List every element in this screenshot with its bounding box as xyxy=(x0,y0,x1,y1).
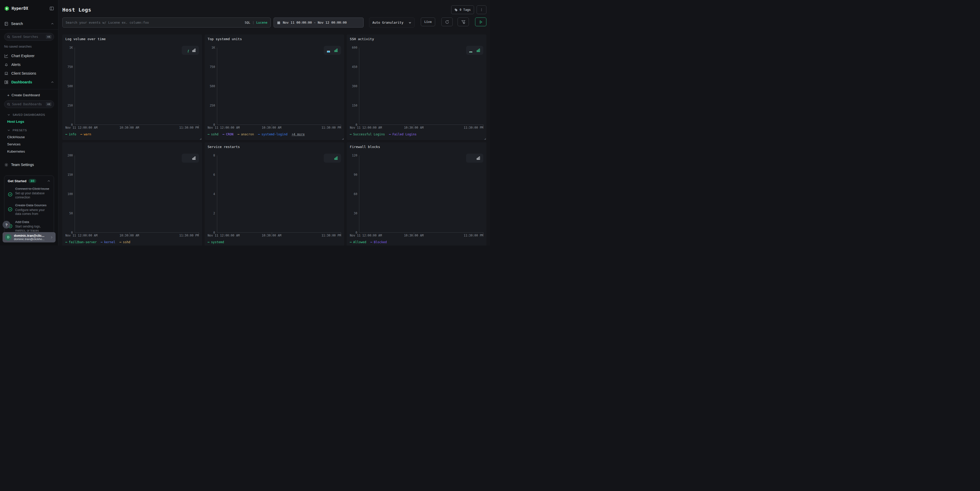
chart-legend[interactable]: —systemd xyxy=(208,240,341,244)
group-caption[interactable]: SAVED DASHBOARDS xyxy=(4,113,54,116)
chart-type-toggle[interactable] xyxy=(466,46,483,55)
help-button[interactable]: ? xyxy=(3,221,10,229)
bar-chart-toggle-icon[interactable] xyxy=(476,48,480,52)
check-circle-icon xyxy=(8,192,13,197)
create-dashboard-button[interactable]: + Create Dashboard xyxy=(4,91,54,99)
legend-item[interactable]: —warn xyxy=(80,132,91,136)
legend-item[interactable]: —systemd xyxy=(208,240,224,244)
refresh-button[interactable] xyxy=(441,17,453,26)
legend-item[interactable]: —fail2ban-server xyxy=(65,240,97,244)
chart-plot[interactable] xyxy=(75,48,199,125)
chart-legend[interactable]: —info—warn xyxy=(65,132,199,136)
chart-canvas[interactable] xyxy=(75,156,199,232)
sidebar-dashboard-clickhouse[interactable]: ClickHouse xyxy=(4,135,54,139)
bar-chart-toggle-icon[interactable] xyxy=(334,48,338,52)
line-chart-toggle-icon[interactable] xyxy=(469,156,473,160)
get-started-item[interactable]: Connect to ClickHouseSet up your databas… xyxy=(8,187,51,199)
sidebar-item-chart-explorer[interactable]: Chart Explorer xyxy=(4,51,54,60)
panel-title xyxy=(65,145,199,149)
get-started-card: Get Started 3/3 Connect to ClickHouseSet… xyxy=(4,175,54,234)
legend-item[interactable]: —kernel xyxy=(101,240,116,244)
legend-item[interactable]: —Allowed xyxy=(350,240,366,244)
chart-type-toggle[interactable] xyxy=(182,154,199,163)
chart-legend[interactable]: —Allowed—Blocked xyxy=(350,240,483,244)
sidebar-item-alerts[interactable]: Alerts xyxy=(4,60,54,69)
bar-chart-toggle-icon[interactable] xyxy=(192,48,196,52)
sidebar-dashboard-services[interactable]: Services xyxy=(4,142,54,146)
resize-handle[interactable]: ◢ xyxy=(200,137,202,140)
line-chart-toggle-icon[interactable] xyxy=(326,48,331,52)
bell-icon xyxy=(4,62,9,67)
resize-handle[interactable]: ◢ xyxy=(342,245,344,246)
chart-plot[interactable] xyxy=(359,48,483,125)
chart-legend[interactable]: —Successful Logins—Failed Logins xyxy=(350,132,483,136)
chart-type-toggle[interactable] xyxy=(324,154,341,163)
main-content: Host Logs 0 Tags SQL | Lucene Auto Gran xyxy=(59,0,490,246)
line-chart-toggle-icon[interactable] xyxy=(185,48,189,52)
tag-icon xyxy=(455,8,458,11)
legend-item[interactable]: —info xyxy=(65,132,76,136)
resize-handle[interactable]: ◢ xyxy=(200,245,202,246)
legend-item[interactable]: —systemd-logind xyxy=(258,132,288,136)
lucene-mode-toggle[interactable]: Lucene xyxy=(256,21,267,24)
user-menu[interactable]: D dominic.tran@clic... dominic.tran@clic… xyxy=(3,232,56,242)
legend-item[interactable]: —sshd xyxy=(208,132,218,136)
sidebar-dashboard-host-logs[interactable]: Host Logs xyxy=(4,120,54,124)
saved-dashboards-input[interactable]: ⌘K xyxy=(4,100,54,108)
bar-chart-toggle-icon[interactable] xyxy=(334,156,338,160)
legend-item[interactable]: —Successful Logins xyxy=(350,132,385,136)
chart-type-toggle[interactable] xyxy=(182,46,199,55)
date-range-picker[interactable] xyxy=(274,17,364,27)
get-started-item[interactable]: Create Data SourcesConfigure where your … xyxy=(8,203,51,216)
bar-chart-toggle-icon[interactable] xyxy=(476,156,480,160)
line-chart-toggle-icon[interactable] xyxy=(326,156,331,160)
chart-plot[interactable] xyxy=(217,156,341,233)
chart-canvas[interactable] xyxy=(359,48,483,124)
sidebar-item-client-sessions[interactable]: Client Sessions xyxy=(4,69,54,78)
legend-item[interactable]: —Blocked xyxy=(370,240,387,244)
saved-searches-input[interactable]: ⌘K xyxy=(4,33,54,41)
chart-canvas[interactable] xyxy=(217,156,341,232)
sidebar-dashboard-kubernetes[interactable]: Kubernetes xyxy=(4,149,54,153)
chevron-up-icon[interactable] xyxy=(47,180,51,183)
run-query-button[interactable] xyxy=(475,17,487,26)
chart-panel-5: Service restarts 86420 Nov 11 12:00:00 A… xyxy=(205,142,344,246)
chart-canvas[interactable] xyxy=(217,48,341,124)
line-chart-toggle-icon[interactable] xyxy=(469,48,473,52)
granularity-select[interactable]: Auto Granularity xyxy=(369,17,415,27)
sidebar-section-search[interactable]: Search xyxy=(4,21,54,27)
chart-plot[interactable] xyxy=(359,156,483,233)
chart-type-toggle[interactable] xyxy=(466,154,483,163)
chart-legend[interactable]: —sshd—CRON—anacron—systemd-logind+4 more xyxy=(208,132,341,136)
logo[interactable]: HyperDX xyxy=(4,5,54,12)
legend-item[interactable]: —anacron xyxy=(237,132,254,136)
tags-button[interactable]: 0 Tags xyxy=(451,5,474,14)
chart-canvas[interactable] xyxy=(75,48,199,124)
chart-type-toggle[interactable] xyxy=(324,46,341,55)
chart-canvas[interactable] xyxy=(359,156,483,232)
legend-more-link[interactable]: +4 more xyxy=(291,132,305,136)
sidebar-item-dashboards[interactable]: Dashboards xyxy=(4,78,54,86)
group-caption[interactable]: PRESETS xyxy=(4,129,54,132)
resize-handle[interactable]: ◢ xyxy=(484,245,486,246)
sidebar-item-team-settings[interactable]: Team Settings xyxy=(4,162,54,168)
chevron-up-icon[interactable] xyxy=(51,22,54,25)
event-search-input[interactable]: SQL | Lucene xyxy=(62,17,271,27)
chart-legend[interactable]: —fail2ban-server—kernel—sshd xyxy=(65,240,199,244)
more-options-button[interactable] xyxy=(477,5,487,14)
chart-plot[interactable] xyxy=(217,48,341,125)
legend-item[interactable]: —CRON xyxy=(223,132,234,136)
chart-plot[interactable] xyxy=(75,156,199,233)
legend-item[interactable]: —sshd xyxy=(119,240,130,244)
line-chart-toggle-icon[interactable] xyxy=(185,156,189,160)
filter-button[interactable] xyxy=(458,17,469,26)
divider xyxy=(0,29,58,30)
resize-handle[interactable]: ◢ xyxy=(342,137,344,140)
resize-handle[interactable]: ◢ xyxy=(484,137,486,140)
live-button[interactable]: Live xyxy=(421,17,435,26)
legend-item[interactable]: —Failed Logins xyxy=(389,132,417,136)
get-started-item[interactable]: Add DataStart sending logs, metrics, or … xyxy=(8,220,51,233)
sql-mode-toggle[interactable]: SQL xyxy=(245,21,250,24)
bar-chart-toggle-icon[interactable] xyxy=(192,156,196,160)
collapse-sidebar-icon[interactable] xyxy=(49,6,54,11)
